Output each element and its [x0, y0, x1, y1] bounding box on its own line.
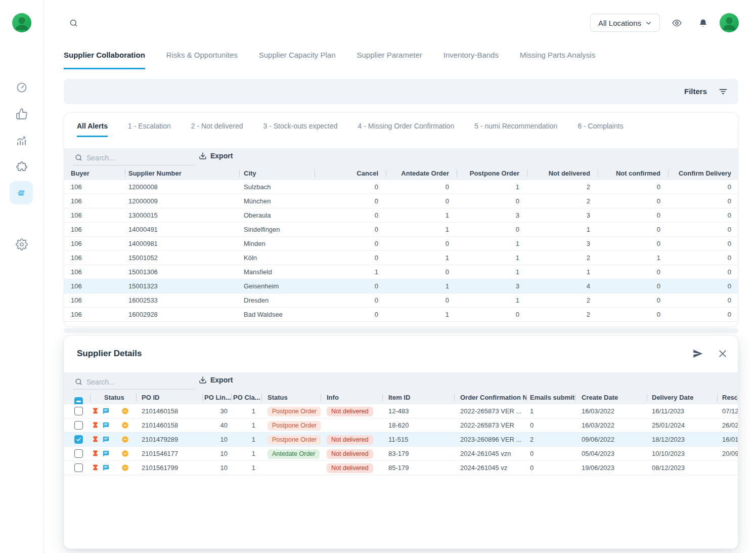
eye-icon[interactable] — [672, 18, 682, 28]
chat-icon[interactable] — [102, 421, 110, 429]
hourglass-icon[interactable] — [92, 407, 99, 415]
main-tab[interactable]: Supplier Parameter — [357, 51, 422, 69]
row-checkbox[interactable] — [74, 435, 83, 444]
alert-tab[interactable]: 2 - Not delivered — [191, 122, 243, 137]
table-row[interactable]: 2101546177 10 1 Antedate Order Not deliv… — [64, 447, 738, 461]
thumbs-up-icon[interactable] — [16, 108, 28, 120]
column-header[interactable]: Not delivered — [527, 166, 598, 180]
column-header[interactable]: Postpone Order — [457, 166, 527, 180]
location-selector[interactable]: All Locations — [590, 14, 660, 32]
column-header[interactable]: Confirm Delivery — [668, 166, 738, 180]
cell-cancel: 0 — [315, 293, 386, 307]
cell-po-id: 2101561799 — [136, 461, 202, 475]
details-search-input[interactable] — [73, 374, 195, 390]
minus-circle-icon[interactable] — [121, 436, 129, 443]
hourglass-icon[interactable] — [92, 421, 99, 429]
table-row[interactable]: 2101460158 30 1 Postpone Order Not deliv… — [64, 404, 738, 418]
search-icon[interactable] — [69, 19, 78, 27]
table-row[interactable]: 2101561799 10 1 Not delivered 85-179 202… — [64, 461, 738, 475]
table-row[interactable]: 106 12000009 München 0 0 0 2 0 0 — [64, 194, 738, 208]
chart-icon[interactable] — [16, 134, 28, 146]
table-row[interactable]: 2101479289 10 1 Postpone Order Not deliv… — [64, 433, 738, 447]
table-row[interactable]: 106 18000118 Duisburg 0 0 0 1 1 0 — [64, 322, 738, 327]
alert-tab[interactable]: 6 - Complaints — [577, 122, 623, 137]
app-logo-avatar[interactable] — [12, 13, 31, 32]
minus-circle-icon[interactable] — [121, 450, 129, 457]
puzzle-icon[interactable] — [16, 161, 28, 173]
column-header[interactable]: Resch... — [717, 391, 738, 404]
export-button[interactable]: Export — [199, 152, 233, 160]
chat-icon[interactable] — [102, 464, 110, 472]
minus-circle-icon[interactable] — [121, 464, 129, 472]
column-header[interactable]: Antedate Order — [386, 166, 457, 180]
alert-tab[interactable]: 3 - Stock-outs expected — [263, 122, 338, 137]
main-tab[interactable]: Missing Parts Analysis — [520, 51, 595, 69]
column-header[interactable]: Cancel — [315, 166, 386, 180]
table-row[interactable]: 106 14000491 Sindelfingen 0 1 0 1 0 0 — [64, 223, 738, 237]
table-row[interactable]: 106 12000008 Sulzbach 0 0 1 2 0 0 — [64, 180, 738, 194]
table-row[interactable]: 106 14000981 Minden 0 0 1 3 0 0 — [64, 237, 738, 251]
chat-icon[interactable] — [102, 436, 110, 443]
column-header[interactable]: City — [239, 166, 315, 180]
gauge-icon[interactable] — [16, 81, 28, 94]
column-header[interactable]: Order Confirmation N... — [454, 391, 526, 404]
cell-buyer: 106 — [64, 322, 125, 327]
chat-icon[interactable] — [102, 450, 110, 457]
alert-tab[interactable]: 4 - Missing Order Confirmation — [358, 122, 455, 137]
row-checkbox[interactable] — [74, 449, 83, 458]
horizontal-scrollbar[interactable] — [64, 328, 738, 333]
send-icon[interactable] — [692, 348, 703, 359]
row-checkbox[interactable] — [74, 421, 83, 430]
minus-circle-icon[interactable] — [121, 421, 129, 429]
main-tab[interactable]: Supplier Capacity Plan — [259, 51, 336, 69]
select-all-checkbox[interactable] — [74, 397, 83, 404]
minus-circle-icon[interactable] — [121, 407, 129, 415]
alerts-search-input[interactable] — [73, 150, 195, 165]
column-header[interactable]: Status — [90, 391, 136, 404]
main-tab[interactable]: Supplier Collaboration — [64, 51, 145, 69]
table-row[interactable]: 106 13000015 Oberaula 0 1 3 3 0 0 — [64, 208, 738, 223]
cell-antedate-order: 0 — [386, 322, 457, 327]
table-row[interactable]: 2101460158 40 1 Postpone Order 18-620 20… — [64, 418, 738, 433]
column-header[interactable]: PO Lin... — [202, 391, 231, 404]
column-header[interactable]: PO ID — [136, 391, 202, 404]
cell-supplier-number: 12000009 — [125, 194, 239, 208]
row-checkbox[interactable] — [74, 463, 83, 472]
column-header[interactable]: Create Date — [575, 391, 647, 404]
column-header[interactable]: Supplier Number — [125, 166, 239, 180]
close-icon[interactable] — [718, 349, 728, 359]
bell-icon[interactable] — [698, 18, 708, 28]
sidebar-item-supplier-active[interactable] — [10, 181, 33, 204]
table-row[interactable]: 106 16002928 Bad Waldsee 0 1 0 2 0 0 — [64, 308, 738, 322]
table-row[interactable]: 106 15001052 Köln 0 1 1 2 1 0 — [64, 251, 738, 265]
filters-label[interactable]: Filters — [684, 87, 707, 96]
column-header[interactable]: Delivery Date — [647, 391, 717, 404]
cell-postpone-order: 3 — [457, 279, 527, 293]
hourglass-icon[interactable] — [92, 464, 99, 472]
column-header[interactable]: Item ID — [382, 391, 454, 404]
table-row[interactable]: 106 15001306 Mansfield 1 0 1 1 0 0 — [64, 265, 738, 279]
row-checkbox[interactable] — [74, 407, 83, 415]
hourglass-icon[interactable] — [92, 450, 99, 457]
filter-icon[interactable] — [718, 87, 728, 97]
column-header[interactable]: Status — [261, 391, 321, 404]
export-button[interactable]: Export — [199, 376, 233, 384]
chevron-down-icon — [645, 20, 652, 26]
main-tab[interactable]: Inventory-Bands — [443, 51, 499, 69]
alert-tab[interactable]: 5 - numi Recommendation — [474, 122, 557, 137]
chat-icon[interactable] — [102, 407, 110, 415]
main-tab[interactable]: Risks & Opportunites — [166, 51, 238, 69]
alert-tab[interactable]: 1 - Escalation — [128, 122, 171, 137]
column-header[interactable]: Emails submitt... — [526, 391, 575, 404]
hourglass-icon[interactable] — [92, 436, 99, 443]
user-avatar[interactable] — [720, 13, 739, 32]
alert-tab[interactable]: All Alerts — [77, 122, 108, 137]
cell-not-confirmed: 0 — [598, 237, 668, 250]
column-header[interactable]: Buyer — [64, 166, 125, 180]
gear-icon[interactable] — [16, 238, 28, 250]
table-row[interactable]: 106 15001323 Geisenheim 0 1 3 4 0 0 — [64, 279, 738, 293]
table-row[interactable]: 106 16002533 Dresden 0 0 1 2 0 0 — [64, 293, 738, 308]
column-header[interactable]: PO Cla... — [231, 391, 261, 404]
column-header[interactable]: Not confirmed — [598, 166, 668, 180]
column-header[interactable]: Info — [321, 391, 382, 404]
